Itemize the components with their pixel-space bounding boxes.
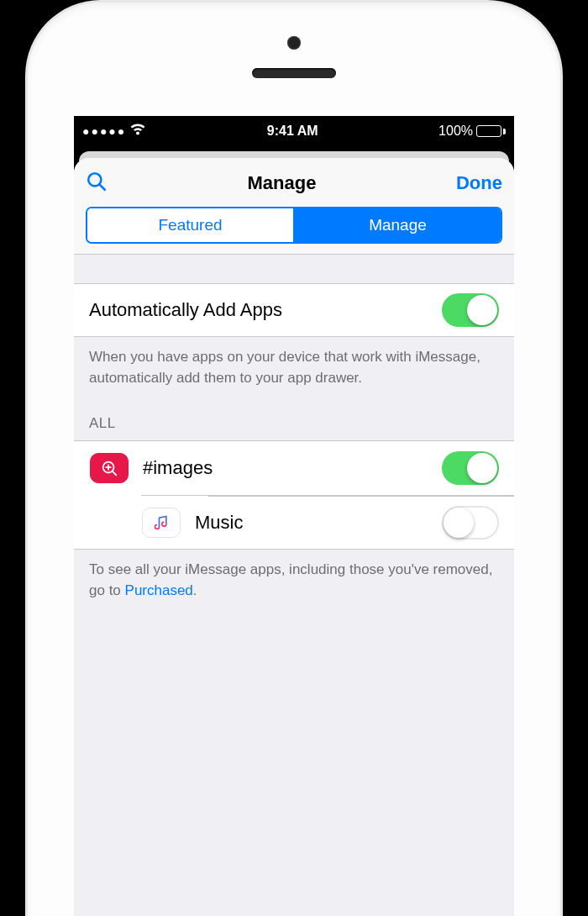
nav-bar: Manage Done Featured Manage xyxy=(74,158,514,255)
segmented-control: Featured Manage xyxy=(86,207,502,244)
images-app-icon xyxy=(89,453,129,483)
music-toggle[interactable] xyxy=(442,506,499,540)
app-label: #images xyxy=(143,457,442,479)
status-time: 9:41 AM xyxy=(146,124,438,139)
app-row-images: #images xyxy=(74,441,514,495)
auto-add-apps-toggle[interactable] xyxy=(442,293,499,327)
all-apps-group: #images Music xyxy=(74,440,514,550)
search-icon[interactable] xyxy=(86,171,108,196)
all-section-header: ALL xyxy=(74,395,514,440)
images-toggle[interactable] xyxy=(442,451,499,485)
all-section-footer: To see all your iMessage apps, including… xyxy=(74,550,514,608)
phone-sensors xyxy=(252,36,336,78)
wifi-icon xyxy=(129,124,146,140)
spacer xyxy=(74,255,514,283)
footer-suffix: . xyxy=(193,582,197,598)
auto-add-apps-row: Automatically Add Apps xyxy=(74,283,514,337)
page-title: Manage xyxy=(248,172,317,194)
camera-dot xyxy=(287,36,301,50)
screen: ●●●●● 9:41 AM 100% xyxy=(74,116,514,916)
content: Automatically Add Apps When you have app… xyxy=(74,255,514,608)
toggle-knob xyxy=(444,508,474,538)
purchased-link[interactable]: Purchased xyxy=(125,582,193,598)
status-bar: ●●●●● 9:41 AM 100% xyxy=(74,116,514,146)
app-label: Music xyxy=(195,512,442,534)
battery-icon xyxy=(476,125,506,137)
speaker-slit xyxy=(252,68,336,78)
phone-frame: ●●●●● 9:41 AM 100% xyxy=(25,0,563,916)
tab-manage[interactable]: Manage xyxy=(293,208,501,242)
toggle-knob xyxy=(467,295,497,325)
music-app-icon xyxy=(141,508,181,538)
app-row-music: Music xyxy=(141,495,514,549)
auto-add-apps-label: Automatically Add Apps xyxy=(89,299,442,321)
signal-dots-icon: ●●●●● xyxy=(82,125,126,137)
done-button[interactable]: Done xyxy=(456,172,502,194)
tab-featured[interactable]: Featured xyxy=(87,208,293,242)
svg-line-3 xyxy=(113,471,117,476)
auto-add-apps-footer: When you have apps on your device that w… xyxy=(74,337,514,395)
toggle-knob xyxy=(467,453,497,483)
status-right: 100% xyxy=(438,124,506,139)
sheet: Manage Done Featured Manage Automaticall… xyxy=(74,158,514,916)
svg-line-1 xyxy=(99,184,104,189)
battery-percent: 100% xyxy=(438,124,473,139)
status-left: ●●●●● xyxy=(82,124,146,140)
